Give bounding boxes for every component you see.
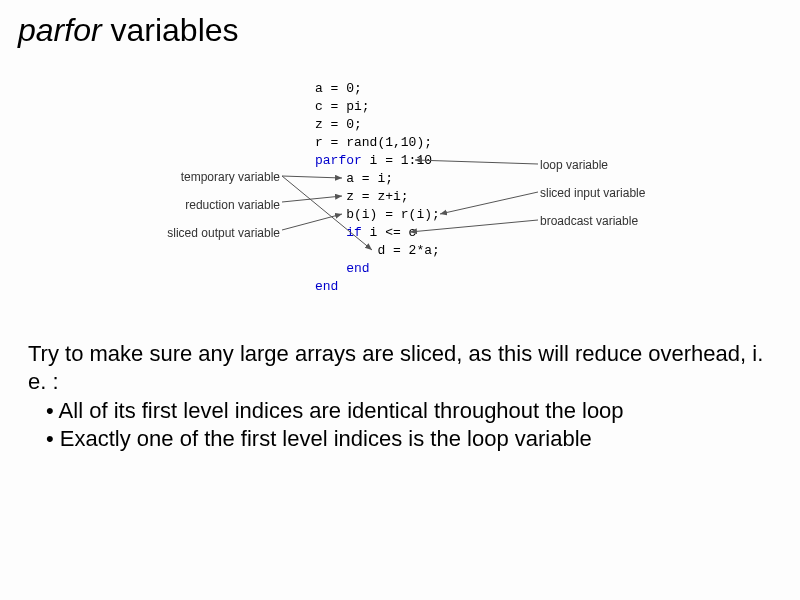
code-l5b: i = 1:10 xyxy=(362,153,432,168)
labels-left: temporary variable reduction variable sl… xyxy=(140,170,280,254)
body-text: Try to make sure any large arrays are sl… xyxy=(28,340,772,452)
title-keyword: parfor xyxy=(18,12,102,48)
code-diagram: a = 0; c = pi; z = 0; r = rand(1,10); pa… xyxy=(140,80,660,310)
label-sliced-output: sliced output variable xyxy=(140,226,280,240)
label-broadcast: broadcast variable xyxy=(540,214,680,228)
code-l3: z = 0; xyxy=(315,117,362,132)
label-reduction: reduction variable xyxy=(140,198,280,212)
labels-right: loop variable sliced input variable broa… xyxy=(540,158,680,242)
code-l2: c = pi; xyxy=(315,99,370,114)
code-l6: a = i; xyxy=(315,171,393,186)
code-l10: d = 2*a; xyxy=(315,243,440,258)
slide-title: parfor variables xyxy=(18,12,239,49)
code-l4: r = rand(1,10); xyxy=(315,135,432,150)
bullet-2: Exactly one of the first level indices i… xyxy=(28,425,772,453)
label-loop: loop variable xyxy=(540,158,680,172)
label-sliced-input: sliced input variable xyxy=(540,186,680,200)
code-l9a: if xyxy=(315,225,362,240)
code-l12: end xyxy=(315,279,338,294)
code-l5a: parfor xyxy=(315,153,362,168)
code-l7: z = z+i; xyxy=(315,189,409,204)
svg-line-5 xyxy=(440,192,538,214)
code-block: a = 0; c = pi; z = 0; r = rand(1,10); pa… xyxy=(315,80,440,296)
title-rest: variables xyxy=(102,12,239,48)
body-bullets: All of its first level indices are ident… xyxy=(28,397,772,452)
label-temporary: temporary variable xyxy=(140,170,280,184)
body-paragraph: Try to make sure any large arrays are sl… xyxy=(28,340,772,395)
bullet-1: All of its first level indices are ident… xyxy=(28,397,772,425)
code-l1: a = 0; xyxy=(315,81,362,96)
code-l8: b(i) = r(i); xyxy=(315,207,440,222)
code-l11: end xyxy=(315,261,370,276)
code-l9b: i <= c xyxy=(362,225,417,240)
